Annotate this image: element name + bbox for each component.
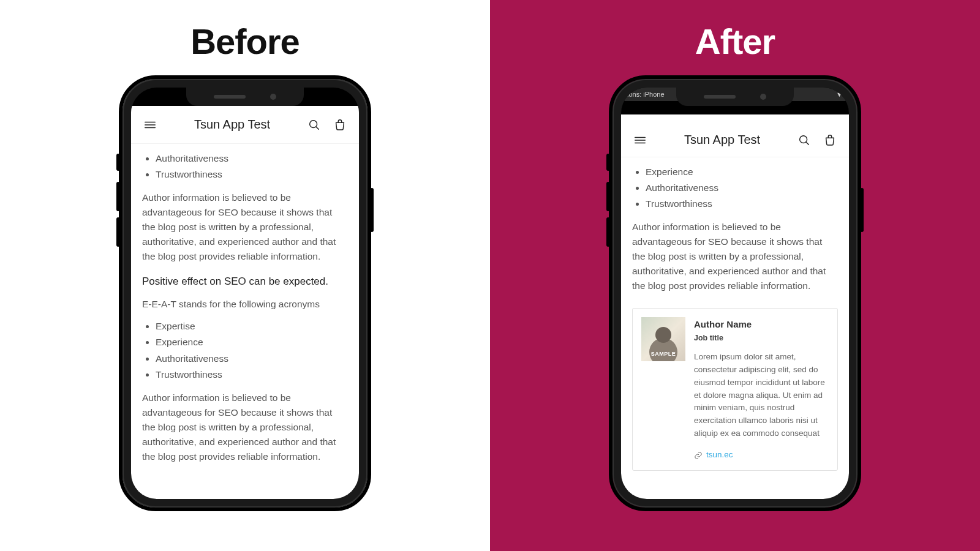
author-name: Author Name xyxy=(694,317,829,331)
list-item: Authoritativeness xyxy=(156,151,348,166)
app-title: Tsun App Test xyxy=(194,118,270,132)
before-panel: Before Tsun App Test xyxy=(0,0,490,551)
sample-badge: SAMPLE xyxy=(651,350,676,361)
list-item: Experience xyxy=(646,165,838,179)
author-bio: Lorem ipsum dolor sit amet, consectetur … xyxy=(694,351,829,440)
dropdown-icon[interactable]: ▼ xyxy=(836,91,843,98)
article-body-before: Authoritativeness Trustworthiness Author… xyxy=(131,144,359,484)
acronym-line: E-E-A-T stands for the following acronym… xyxy=(142,297,348,312)
after-panel: After ions: iPhone ▼ xyxy=(490,0,980,551)
author-card: SAMPLE Author Name Job title Lorem ipsum… xyxy=(632,308,838,471)
app-title: Tsun App Test xyxy=(684,133,760,147)
author-link[interactable]: tsun.ec xyxy=(694,449,829,462)
hamburger-menu-icon[interactable] xyxy=(142,117,158,133)
list-item: Trustworthiness xyxy=(156,167,348,182)
svg-line-4 xyxy=(316,126,318,129)
before-after-comparison: Before Tsun App Test xyxy=(0,0,980,551)
search-icon[interactable] xyxy=(306,117,322,133)
bullet-list: Expertise Experience Authoritativeness T… xyxy=(142,319,348,381)
paragraph: Author information is believed to be adv… xyxy=(142,391,348,464)
hamburger-menu-icon[interactable] xyxy=(632,132,648,148)
list-item: Trustworthiness xyxy=(646,197,838,211)
author-job-title: Job title xyxy=(694,332,829,344)
search-icon[interactable] xyxy=(796,132,812,148)
app-header: Tsun App Test xyxy=(131,106,359,144)
list-item: Authoritativeness xyxy=(156,351,348,366)
paragraph: Author information is believed to be adv… xyxy=(142,190,348,264)
phone-notch xyxy=(676,88,794,106)
list-item: Expertise xyxy=(156,319,348,334)
author-link-text: tsun.ec xyxy=(706,449,733,462)
devtools-device-label: ions: iPhone xyxy=(627,91,665,98)
bullet-list: Experience Authoritativeness Trustworthi… xyxy=(632,165,838,211)
cart-icon[interactable] xyxy=(332,117,348,133)
list-item: Trustworthiness xyxy=(156,367,348,382)
after-label: After xyxy=(695,21,775,62)
list-item: Authoritativeness xyxy=(646,181,838,195)
article-body-after: Experience Authoritativeness Trustworthi… xyxy=(621,157,849,483)
phone-mockup-before: Tsun App Test xyxy=(123,79,368,508)
before-label: Before xyxy=(190,21,300,62)
phone-notch xyxy=(186,88,304,106)
subheading: Positive effect on SEO can be expected. xyxy=(142,274,348,290)
link-icon xyxy=(694,451,703,460)
svg-line-9 xyxy=(806,141,809,144)
list-item: Experience xyxy=(156,335,348,350)
paragraph: Author information is believed to be adv… xyxy=(632,220,838,293)
cart-icon[interactable] xyxy=(822,132,838,148)
phone-mockup-after: ions: iPhone ▼ Tsun App Test xyxy=(612,79,858,508)
author-photo: SAMPLE xyxy=(641,317,685,361)
bullet-list: Authoritativeness Trustworthiness xyxy=(142,151,348,182)
app-header: Tsun App Test xyxy=(621,114,849,157)
